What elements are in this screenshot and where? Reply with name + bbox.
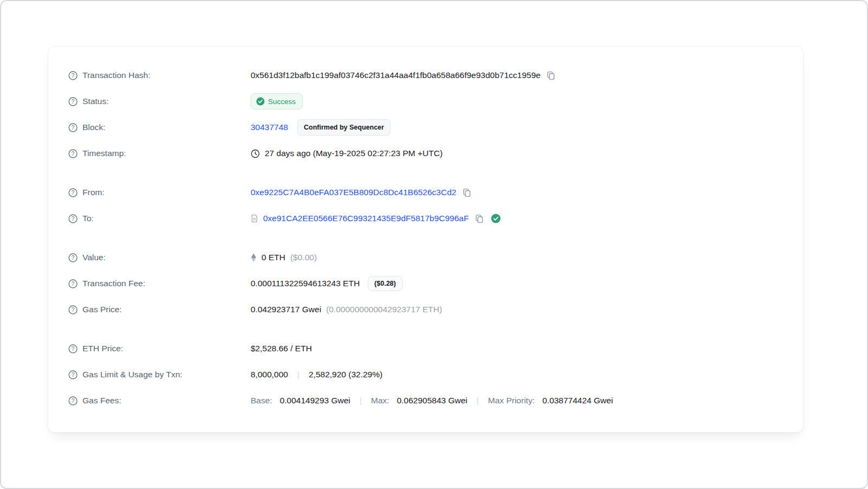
timestamp-value: 27 days ago (May-19-2025 02:27:23 PM +UT… bbox=[265, 149, 443, 158]
row-eth-price: ? ETH Price: $2,528.66 / ETH bbox=[68, 336, 803, 362]
row-timestamp: ? Timestamp: 27 days ago (May-19-2025 02… bbox=[68, 140, 803, 166]
success-check-icon bbox=[256, 97, 265, 106]
eth-icon bbox=[251, 253, 257, 262]
block-number-link[interactable]: 30437748 bbox=[251, 123, 288, 132]
max-priority-fee-label: Max Priority: bbox=[488, 396, 535, 406]
svg-text:?: ? bbox=[72, 307, 75, 313]
row-gas-fees: ? Gas Fees: Base: 0.004149293 Gwei | Max… bbox=[68, 388, 803, 414]
help-icon[interactable]: ? bbox=[68, 71, 78, 80]
value-usd: ($0.00) bbox=[290, 253, 317, 262]
svg-text:?: ? bbox=[72, 190, 75, 196]
divider: | bbox=[293, 370, 304, 379]
svg-text:?: ? bbox=[72, 372, 75, 378]
max-priority-fee-value: 0.038774424 Gwei bbox=[542, 396, 613, 406]
clock-icon bbox=[251, 149, 260, 158]
row-status: ? Status: Success bbox=[68, 88, 803, 114]
transaction-fee-label: Transaction Fee: bbox=[82, 279, 145, 288]
gas-usage-value: 2,582,920 (32.29%) bbox=[309, 370, 382, 379]
status-badge: Success bbox=[251, 93, 303, 110]
transaction-fee-usd-badge: ($0.28) bbox=[368, 276, 403, 291]
svg-text:?: ? bbox=[72, 151, 75, 157]
svg-text:?: ? bbox=[72, 99, 75, 105]
svg-text:?: ? bbox=[72, 346, 75, 352]
row-from: ? From: 0xe9225C7A4B0eFA037E5B809Dc8Dc41… bbox=[68, 179, 803, 205]
to-address-link[interactable]: 0xe91CA2EE0566E76C99321435E9dF5817b9C996… bbox=[263, 214, 469, 223]
help-icon[interactable]: ? bbox=[68, 305, 78, 314]
help-icon[interactable]: ? bbox=[68, 97, 78, 106]
help-icon[interactable]: ? bbox=[68, 344, 78, 353]
gas-limit-label: Gas Limit & Usage by Txn: bbox=[82, 370, 182, 379]
help-icon[interactable]: ? bbox=[68, 279, 78, 288]
transaction-fee-amount: 0.000111322594613243 ETH bbox=[251, 279, 360, 288]
divider: | bbox=[355, 396, 366, 406]
eth-price-label: ETH Price: bbox=[82, 344, 123, 353]
row-transaction-hash: ? Transaction Hash: 0x561d3f12bafb1c199a… bbox=[68, 62, 803, 88]
eth-price-value: $2,528.66 / ETH bbox=[251, 344, 312, 353]
svg-text:?: ? bbox=[72, 216, 75, 222]
timestamp-label: Timestamp: bbox=[82, 149, 126, 158]
to-label: To: bbox=[82, 214, 94, 223]
transaction-hash-value: 0x561d3f12bafb1c199af03746c2f31a44aa4f1f… bbox=[251, 70, 540, 80]
row-gas-limit-usage: ? Gas Limit & Usage by Txn: 8,000,000 | … bbox=[68, 362, 803, 388]
status-badge-text: Success bbox=[268, 98, 296, 106]
sequencer-badge: Confirmed by Sequencer bbox=[297, 119, 391, 136]
status-label: Status: bbox=[82, 96, 108, 106]
value-label: Value: bbox=[82, 253, 106, 262]
help-icon[interactable]: ? bbox=[68, 188, 78, 197]
svg-text:?: ? bbox=[72, 281, 75, 287]
verified-check-icon bbox=[491, 214, 501, 223]
help-icon[interactable]: ? bbox=[68, 370, 78, 379]
svg-text:?: ? bbox=[72, 125, 75, 131]
block-label: Block: bbox=[82, 123, 105, 132]
help-icon[interactable]: ? bbox=[68, 149, 78, 158]
base-fee-label: Base: bbox=[251, 396, 272, 406]
contract-file-icon bbox=[251, 214, 258, 223]
svg-text:?: ? bbox=[72, 73, 75, 79]
divider: | bbox=[473, 396, 483, 406]
row-gas-price: ? Gas Price: 0.042923717 Gwei (0.0000000… bbox=[68, 297, 803, 323]
help-icon[interactable]: ? bbox=[68, 214, 78, 223]
base-fee-value: 0.004149293 Gwei bbox=[280, 396, 350, 406]
gas-fees-label: Gas Fees: bbox=[82, 396, 122, 406]
copy-icon[interactable] bbox=[462, 188, 471, 197]
copy-icon[interactable] bbox=[546, 71, 556, 80]
row-value: ? Value: 0 ETH ($0.00) bbox=[68, 244, 803, 271]
transaction-hash-label: Transaction Hash: bbox=[82, 70, 150, 80]
value-amount: 0 ETH bbox=[261, 253, 285, 262]
from-label: From: bbox=[82, 188, 104, 197]
copy-icon[interactable] bbox=[475, 214, 484, 223]
max-fee-label: Max: bbox=[371, 396, 390, 406]
gas-limit-value: 8,000,000 bbox=[251, 370, 288, 379]
row-transaction-fee: ? Transaction Fee: 0.000111322594613243 … bbox=[68, 271, 803, 297]
help-icon[interactable]: ? bbox=[68, 253, 78, 262]
row-to: ? To: 0xe91CA2EE0566E76C99321435E9dF5817… bbox=[68, 205, 803, 231]
row-block: ? Block: 30437748 Confirmed by Sequencer bbox=[68, 114, 803, 140]
gas-price-label: Gas Price: bbox=[82, 305, 122, 314]
help-icon[interactable]: ? bbox=[68, 396, 78, 406]
transaction-details-card: ? Transaction Hash: 0x561d3f12bafb1c199a… bbox=[48, 46, 803, 433]
max-fee-value: 0.062905843 Gwei bbox=[397, 396, 467, 406]
svg-text:?: ? bbox=[72, 255, 75, 261]
svg-text:?: ? bbox=[72, 398, 75, 404]
from-address-link[interactable]: 0xe9225C7A4B0eFA037E5B809Dc8Dc41B6526c3C… bbox=[251, 188, 456, 197]
help-icon[interactable]: ? bbox=[68, 123, 78, 132]
gas-price-eth-equiv: (0.000000000042923717 ETH) bbox=[326, 305, 442, 314]
gas-price-amount: 0.042923717 Gwei bbox=[251, 305, 321, 314]
